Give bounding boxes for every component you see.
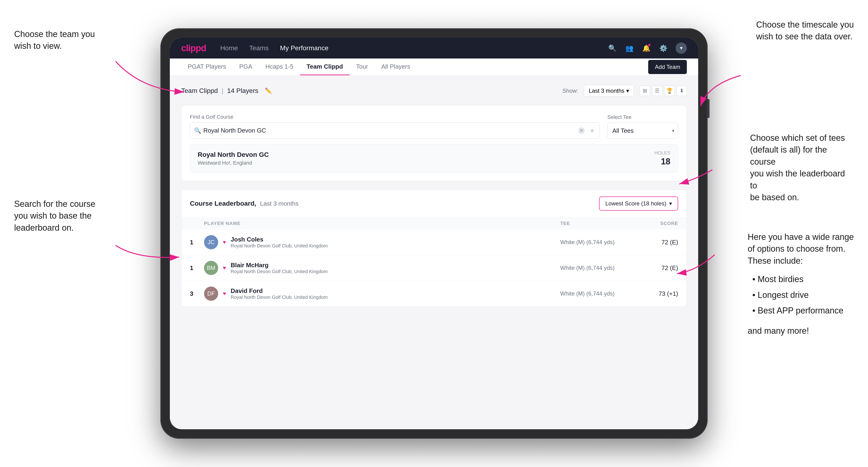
tee-cell-3: White (M) (6,744 yds) xyxy=(560,290,631,297)
rank-value: 1 xyxy=(190,239,193,246)
search-icon: 🔍 xyxy=(194,127,201,134)
leaderboard-title: Course Leaderboard, Last 3 months xyxy=(190,200,299,207)
search-favorite-icon[interactable]: ★ xyxy=(589,127,595,134)
rank-2: 1 xyxy=(190,264,204,272)
team-actions: Show: Last 3 months ▾ ⊞ ☰ 🏆 ⬇ xyxy=(563,85,687,97)
tee-cell-2: White (M) (6,744 yds) xyxy=(560,264,631,271)
score-type-dropdown[interactable]: Lowest Score (18 holes) ▾ xyxy=(599,196,678,211)
holes-label: Holes xyxy=(654,150,670,156)
show-label: Show: xyxy=(563,88,578,94)
leaderboard-title-text: Course Leaderboard, xyxy=(190,200,256,207)
nav-home[interactable]: Home xyxy=(220,44,238,52)
annotation-bottom-right: Here you have a wide rangeof options to … xyxy=(748,231,854,337)
nav-my-performance[interactable]: My Performance xyxy=(280,44,328,52)
avatar-1: JC xyxy=(204,235,218,249)
player-cell-1: JC ♥ Josh Coles Royal North Devon Golf C… xyxy=(204,235,560,249)
search-icon[interactable]: 🔍 xyxy=(608,43,617,53)
sub-nav-pga[interactable]: PGA xyxy=(232,59,259,75)
grid-view-button[interactable]: ⊞ xyxy=(640,86,650,96)
holes-number: 18 xyxy=(654,157,670,166)
player-cell-2: BM ♥ Blair McHarg Royal North Devon Golf… xyxy=(204,261,560,275)
edit-team-icon[interactable]: ✏️ xyxy=(265,88,272,94)
annotation-bullet-2: • Longest drive xyxy=(752,289,854,301)
col-header-tee: TEE xyxy=(560,221,631,226)
annotation-top-right-text: Choose the timescale youwish to see the … xyxy=(756,20,854,41)
avatar[interactable]: ▾ xyxy=(676,42,687,54)
app-content: clippd Home Teams My Performance 🔍 👥 🔔 ⚙… xyxy=(170,38,698,429)
navbar-icons: 🔍 👥 🔔 ⚙️ ▾ xyxy=(608,42,687,54)
rank-value: 1 xyxy=(190,264,193,272)
player-info-1: Josh Coles Royal North Devon Golf Club, … xyxy=(231,236,328,249)
power-button[interactable] xyxy=(708,99,710,118)
sub-nav-tour[interactable]: Tour xyxy=(349,59,375,75)
favorite-icon-2[interactable]: ♥ xyxy=(223,265,226,271)
download-button[interactable]: ⬇ xyxy=(677,86,687,96)
leaderboard-title-group: Course Leaderboard, Last 3 months xyxy=(190,200,299,207)
table-row: 1 JC ♥ Josh Coles Royal North Devon Golf… xyxy=(181,229,687,255)
sub-nav-pgat-players[interactable]: PGAT Players xyxy=(181,59,232,75)
table-row: 1 BM ♥ Blair McHarg Royal North Devon Go… xyxy=(181,255,687,281)
nav-teams[interactable]: Teams xyxy=(249,44,269,52)
avatar-2: BM xyxy=(204,261,218,275)
navbar: clippd Home Teams My Performance 🔍 👥 🔔 ⚙… xyxy=(170,38,698,59)
period-value: Last 3 months xyxy=(589,88,624,94)
add-team-button[interactable]: Add Team xyxy=(648,60,687,74)
annotation-bullet-3: • Best APP performance xyxy=(752,305,854,316)
leaderboard-table-header: PLAYER NAME TEE SCORE xyxy=(181,217,687,229)
leaderboard-card: Course Leaderboard, Last 3 months Lowest… xyxy=(181,190,687,307)
team-title: Team Clippd | 14 Players ✏️ xyxy=(181,87,272,95)
list-view-button[interactable]: ☰ xyxy=(652,86,662,96)
sub-nav-team-clippd[interactable]: Team Clippd xyxy=(300,59,349,75)
course-result: Royal North Devon GC Westward Ho!, Engla… xyxy=(190,144,678,173)
annotation-bottom-left: Search for the courseyou wish to base th… xyxy=(14,198,95,234)
rank-3: 3 xyxy=(190,290,204,298)
settings-icon[interactable]: ⚙️ xyxy=(658,43,668,53)
course-search-input[interactable] xyxy=(190,122,600,139)
rank-1: 1 xyxy=(190,239,204,246)
score-cell-1: 72 (E) xyxy=(631,239,678,246)
separator: | xyxy=(222,87,223,95)
course-name: Royal North Devon GC xyxy=(198,151,269,158)
table-row: 3 DF ♥ David Ford Royal North Devon Golf… xyxy=(181,281,687,306)
player-club-1: Royal North Devon Golf Club, United King… xyxy=(231,243,328,249)
team-header: Team Clippd | 14 Players ✏️ Show: Last 3… xyxy=(181,85,687,97)
annotation-bottom-left-text: Search for the courseyou wish to base th… xyxy=(14,199,95,232)
people-icon[interactable]: 👥 xyxy=(625,43,634,53)
score-type-value: Lowest Score (18 holes) xyxy=(605,200,666,207)
period-dropdown-chevron-icon: ▾ xyxy=(626,88,629,94)
notification-bell-icon[interactable]: 🔔 xyxy=(642,43,651,53)
annotation-bottom-right-footer: and many more! xyxy=(748,325,854,337)
player-info-2: Blair McHarg Royal North Devon Golf Club… xyxy=(231,261,328,274)
col-header-player: PLAYER NAME xyxy=(204,221,560,226)
tee-cell-1: White (M) (6,744 yds) xyxy=(560,239,631,246)
tee-select-group: Select Tee All Tees ▾ xyxy=(607,114,678,139)
sub-nav-hcaps[interactable]: Hcaps 1-5 xyxy=(259,59,300,75)
leaderboard-period: Last 3 months xyxy=(260,200,299,207)
player-name-1: Josh Coles xyxy=(231,236,328,243)
score-cell-3: 73 (+1) xyxy=(631,290,678,298)
sub-navbar: PGAT Players PGA Hcaps 1-5 Team Clippd T… xyxy=(170,59,698,75)
course-finder-row: Find a Golf Course 🔍 ✕ ★ Select Tee xyxy=(190,114,678,139)
sub-nav-all-players[interactable]: All Players xyxy=(375,59,417,75)
player-cell-3: DF ♥ David Ford Royal North Devon Golf C… xyxy=(204,286,560,301)
tablet-frame: clippd Home Teams My Performance 🔍 👥 🔔 ⚙… xyxy=(160,28,708,439)
main-content: Team Clippd | 14 Players ✏️ Show: Last 3… xyxy=(170,75,698,429)
favorite-icon-1[interactable]: ♥ xyxy=(223,239,226,245)
course-holes: Holes 18 xyxy=(654,150,670,166)
player-club-3: Royal North Devon Golf Club, United King… xyxy=(231,294,328,300)
trophy-view-button[interactable]: 🏆 xyxy=(664,86,675,96)
tee-select-label: Select Tee xyxy=(607,114,678,120)
tee-select[interactable]: All Tees xyxy=(607,123,678,139)
leaderboard-header: Course Leaderboard, Last 3 months Lowest… xyxy=(181,190,687,217)
tablet-screen: clippd Home Teams My Performance 🔍 👥 🔔 ⚙… xyxy=(170,38,698,429)
annotation-bottom-right-title: Here you have a wide rangeof options to … xyxy=(748,232,854,266)
favorite-icon-3[interactable]: ♥ xyxy=(223,290,226,297)
player-club-2: Royal North Devon Golf Club, United King… xyxy=(231,269,328,274)
period-dropdown[interactable]: Last 3 months ▾ xyxy=(584,85,634,97)
annotation-top-left-text: Choose the team youwish to view. xyxy=(14,29,95,51)
search-clear-icon[interactable]: ✕ xyxy=(578,127,585,134)
search-input-wrapper: 🔍 ✕ ★ xyxy=(190,122,600,139)
course-search-group: Find a Golf Course 🔍 ✕ ★ xyxy=(190,114,600,139)
app-logo: clippd xyxy=(181,43,206,53)
rank-value: 3 xyxy=(190,290,193,298)
